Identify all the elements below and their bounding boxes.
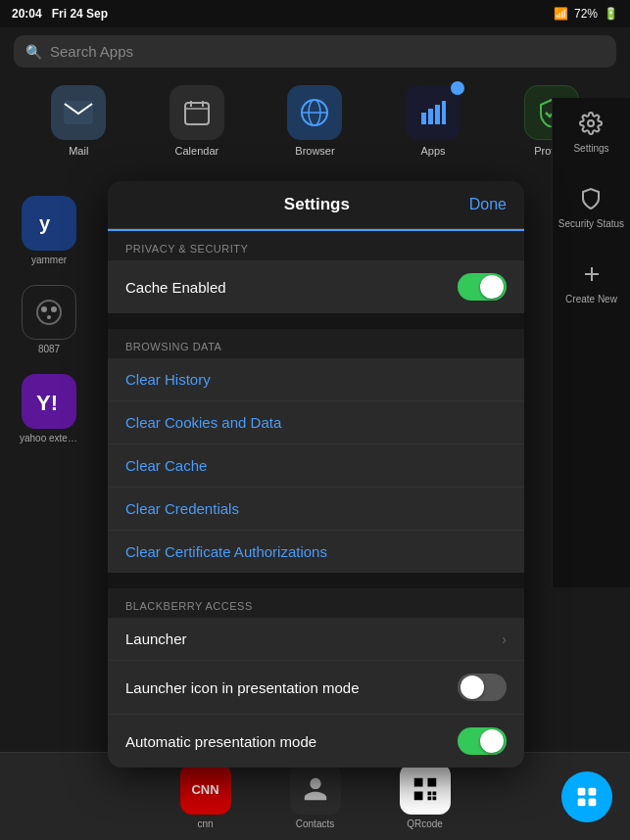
toggle-thumb-3 bbox=[480, 729, 504, 753]
dock-item-contacts[interactable]: Contacts bbox=[290, 764, 341, 829]
launcher-label: Launcher bbox=[125, 630, 187, 647]
right-sidebar: Settings Security Status Create New bbox=[552, 98, 630, 587]
search-bar[interactable]: 🔍 Search Apps bbox=[14, 35, 616, 68]
sidebar-item-security[interactable]: Security Status bbox=[558, 183, 624, 229]
wifi-icon: 📶 bbox=[554, 7, 568, 21]
app-item-apps[interactable]: Apps bbox=[394, 85, 472, 157]
svg-rect-9 bbox=[428, 109, 433, 124]
cnn-label: cnn bbox=[197, 818, 213, 829]
status-time: 20:04 bbox=[12, 7, 42, 21]
svg-rect-23 bbox=[413, 792, 422, 801]
app-label-calendar: Calendar bbox=[175, 145, 219, 157]
clear-history-label: Clear History bbox=[125, 371, 211, 388]
app-icon-browser bbox=[287, 85, 342, 140]
search-placeholder: Search Apps bbox=[50, 43, 133, 60]
svg-point-18 bbox=[588, 120, 594, 126]
settings-header: Settings Done bbox=[108, 181, 524, 229]
section-blackberry: BLACKBERRY ACCESS Launcher › Launcher ic… bbox=[108, 588, 524, 768]
side-app-yahoo[interactable]: Y!yahoo extern... bbox=[20, 374, 78, 443]
cache-enabled-label: Cache Enabled bbox=[125, 279, 226, 296]
search-bar-container: 🔍 Search Apps bbox=[0, 27, 630, 75]
row-clear-cache[interactable]: Clear Cache bbox=[108, 444, 524, 488]
auto-presentation-label: Automatic presentation mode bbox=[125, 733, 316, 750]
chevron-icon: › bbox=[502, 631, 507, 647]
svg-rect-31 bbox=[589, 799, 597, 807]
app-icon-calendar bbox=[170, 85, 224, 140]
cnn-icon: CNN bbox=[180, 764, 231, 815]
sidebar-item-settings[interactable]: Settings bbox=[573, 108, 608, 154]
svg-text:Y!: Y! bbox=[36, 391, 58, 415]
create-new-icon bbox=[576, 258, 607, 290]
svg-rect-8 bbox=[421, 113, 426, 124]
side-app-icon-yammer: y bbox=[22, 196, 76, 251]
clear-credentials-label: Clear Credentials bbox=[125, 500, 239, 517]
app-icon-apps bbox=[406, 85, 460, 140]
battery-icon: 🔋 bbox=[604, 7, 618, 21]
svg-rect-26 bbox=[427, 797, 431, 801]
divider-1 bbox=[108, 313, 524, 329]
status-icons: 📶 72% 🔋 bbox=[554, 7, 618, 21]
app-row: Mail Calendar Browser Apps Protect bbox=[0, 75, 630, 166]
row-auto-presentation: Automatic presentation mode bbox=[108, 715, 524, 768]
qrcode-icon bbox=[400, 764, 451, 815]
svg-rect-28 bbox=[578, 788, 586, 796]
clear-cache-label: Clear Cache bbox=[125, 457, 207, 474]
dock-item-qrcode[interactable]: QRcode bbox=[400, 764, 451, 829]
settings-panel: Settings Done PRIVACY & SECURITY Cache E… bbox=[108, 181, 524, 768]
row-cache-enabled: Cache Enabled bbox=[108, 260, 524, 313]
settings-icon bbox=[575, 108, 606, 139]
app-item-calendar[interactable]: Calendar bbox=[158, 85, 236, 157]
svg-point-16 bbox=[47, 315, 51, 319]
side-app-yammer[interactable]: yyammer bbox=[20, 196, 78, 265]
svg-text:y: y bbox=[39, 212, 51, 234]
status-date: Fri 24 Sep bbox=[52, 7, 108, 21]
battery-percentage: 72% bbox=[574, 7, 598, 21]
side-app-icon-8087 bbox=[22, 285, 76, 340]
row-clear-history[interactable]: Clear History bbox=[108, 358, 524, 401]
side-app-label-yahoo: yahoo extern... bbox=[20, 433, 78, 443]
search-icon: 🔍 bbox=[25, 44, 42, 60]
row-launcher[interactable]: Launcher › bbox=[108, 618, 524, 661]
row-clear-cookies[interactable]: Clear Cookies and Data bbox=[108, 401, 524, 444]
done-button[interactable]: Done bbox=[469, 196, 507, 213]
settings-title: Settings bbox=[165, 195, 469, 214]
auto-presentation-toggle[interactable] bbox=[458, 727, 507, 755]
side-app-label-yammer: yammer bbox=[31, 255, 67, 265]
contacts-label: Contacts bbox=[296, 818, 334, 829]
settings-label: Settings bbox=[573, 143, 608, 154]
qrcode-label: QRcode bbox=[407, 818, 443, 829]
svg-rect-22 bbox=[427, 778, 436, 787]
svg-rect-10 bbox=[435, 105, 440, 124]
svg-point-15 bbox=[51, 306, 57, 312]
launcher-icon-toggle[interactable] bbox=[458, 674, 507, 701]
section-privacy-header: PRIVACY & SECURITY bbox=[108, 231, 524, 260]
create-new-label: Create New bbox=[565, 294, 617, 304]
row-clear-cert[interactable]: Clear Certificate Authorizations bbox=[108, 531, 524, 573]
app-item-browser[interactable]: Browser bbox=[275, 85, 354, 157]
side-app-8087[interactable]: 8087 bbox=[20, 285, 78, 354]
security-label: Security Status bbox=[558, 218, 624, 229]
svg-rect-27 bbox=[432, 797, 436, 801]
section-privacy: PRIVACY & SECURITY Cache Enabled bbox=[108, 231, 524, 313]
svg-rect-24 bbox=[427, 792, 431, 796]
contacts-icon bbox=[290, 764, 341, 815]
divider-2 bbox=[108, 573, 524, 588]
row-clear-credentials[interactable]: Clear Credentials bbox=[108, 488, 524, 531]
svg-rect-29 bbox=[589, 788, 597, 796]
dock-item-cnn[interactable]: CNN cnn bbox=[180, 764, 231, 829]
cache-enabled-toggle[interactable] bbox=[458, 273, 507, 301]
bb-button[interactable] bbox=[561, 771, 612, 822]
svg-rect-21 bbox=[413, 778, 422, 787]
app-icon-mail bbox=[51, 85, 106, 140]
status-time-date: 20:04 Fri 24 Sep bbox=[12, 7, 108, 21]
clear-cert-label: Clear Certificate Authorizations bbox=[125, 543, 327, 560]
svg-rect-30 bbox=[578, 799, 586, 807]
svg-rect-1 bbox=[185, 103, 209, 124]
status-bar: 20:04 Fri 24 Sep 📶 72% 🔋 bbox=[0, 0, 630, 27]
section-browsing-header: BROWSING DATA bbox=[108, 329, 524, 358]
sidebar-item-create-new[interactable]: Create New bbox=[565, 258, 617, 304]
section-blackberry-header: BLACKBERRY ACCESS bbox=[108, 588, 524, 618]
row-launcher-icon: Launcher icon in presentation mode bbox=[108, 661, 524, 715]
app-item-mail[interactable]: Mail bbox=[39, 85, 118, 157]
launcher-icon-label: Launcher icon in presentation mode bbox=[125, 679, 360, 696]
